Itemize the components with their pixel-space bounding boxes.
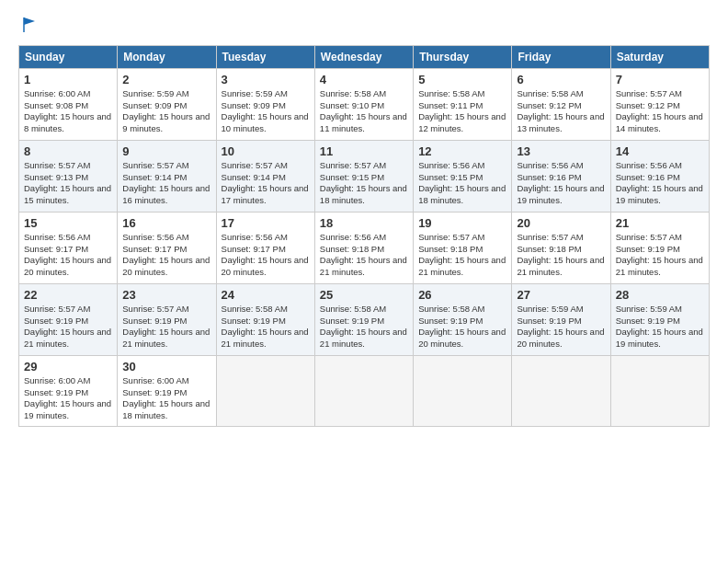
day-number: 2 [122,73,210,86]
calendar-cell: 25Sunrise: 5:58 AMSunset: 9:19 PMDayligh… [314,283,413,355]
logo [18,15,40,36]
calendar-cell: 20Sunrise: 5:57 AMSunset: 9:18 PMDayligh… [512,212,610,283]
calendar-cell [414,355,512,426]
day-number: 23 [122,288,210,302]
week-row-3: 15Sunrise: 5:56 AMSunset: 9:17 PMDayligh… [19,212,710,283]
day-number: 27 [517,288,605,302]
header [18,15,710,36]
day-info: Sunrise: 5:56 AMSunset: 9:16 PMDaylight:… [616,160,704,207]
day-number: 22 [24,288,112,302]
day-number: 20 [517,216,605,230]
day-number: 1 [24,73,112,86]
day-number: 26 [418,288,506,302]
day-number: 15 [24,216,112,230]
day-info: Sunrise: 5:57 AMSunset: 9:18 PMDaylight:… [418,232,506,279]
day-info: Sunrise: 5:57 AMSunset: 9:12 PMDaylight:… [616,88,704,135]
header-sunday: Sunday [19,45,118,68]
day-info: Sunrise: 5:58 AMSunset: 9:10 PMDaylight:… [320,88,408,135]
day-number: 25 [320,288,408,302]
day-number: 17 [222,216,310,230]
calendar-cell: 11Sunrise: 5:57 AMSunset: 9:15 PMDayligh… [314,140,413,212]
calendar-cell: 3Sunrise: 5:59 AMSunset: 9:09 PMDaylight… [216,68,314,140]
calendar-cell: 22Sunrise: 5:57 AMSunset: 9:19 PMDayligh… [19,283,118,355]
day-info: Sunrise: 5:56 AMSunset: 9:17 PMDaylight:… [222,232,310,279]
calendar-cell: 30Sunrise: 6:00 AMSunset: 9:19 PMDayligh… [118,355,216,426]
header-monday: Monday [118,45,216,68]
day-info: Sunrise: 5:58 AMSunset: 9:19 PMDaylight:… [320,304,408,350]
day-number: 12 [418,144,506,158]
calendar-cell: 10Sunrise: 5:57 AMSunset: 9:14 PMDayligh… [216,140,314,212]
week-row-4: 22Sunrise: 5:57 AMSunset: 9:19 PMDayligh… [19,283,710,355]
day-info: Sunrise: 5:59 AMSunset: 9:09 PMDaylight:… [122,88,210,135]
week-row-1: 1Sunrise: 6:00 AMSunset: 9:08 PMDaylight… [19,68,710,140]
day-number: 4 [320,73,408,86]
day-number: 14 [616,144,704,158]
day-number: 28 [616,288,704,302]
header-tuesday: Tuesday [216,45,314,68]
calendar-cell [610,355,709,426]
day-info: Sunrise: 6:00 AMSunset: 9:08 PMDaylight:… [24,88,112,135]
day-info: Sunrise: 5:56 AMSunset: 9:15 PMDaylight:… [418,160,506,207]
day-info: Sunrise: 5:59 AMSunset: 9:09 PMDaylight:… [222,88,310,135]
day-number: 29 [24,360,112,373]
day-number: 9 [122,144,210,158]
day-info: Sunrise: 5:57 AMSunset: 9:14 PMDaylight:… [222,160,310,207]
calendar-cell: 15Sunrise: 5:56 AMSunset: 9:17 PMDayligh… [19,212,118,283]
day-number: 5 [418,73,506,86]
calendar-table: SundayMondayTuesdayWednesdayThursdayFrid… [18,45,710,427]
header-saturday: Saturday [610,45,709,68]
calendar-cell: 2Sunrise: 5:59 AMSunset: 9:09 PMDaylight… [118,68,216,140]
day-number: 7 [616,73,704,86]
day-info: Sunrise: 5:56 AMSunset: 9:16 PMDaylight:… [517,160,605,207]
calendar-cell: 6Sunrise: 5:58 AMSunset: 9:12 PMDaylight… [512,68,610,140]
day-info: Sunrise: 5:56 AMSunset: 9:17 PMDaylight:… [24,232,112,279]
header-thursday: Thursday [414,45,512,68]
day-info: Sunrise: 5:56 AMSunset: 9:18 PMDaylight:… [320,232,408,279]
calendar-cell: 12Sunrise: 5:56 AMSunset: 9:15 PMDayligh… [414,140,512,212]
day-number: 11 [320,144,408,158]
logo-flag-icon [20,15,40,35]
calendar-cell: 16Sunrise: 5:56 AMSunset: 9:17 PMDayligh… [118,212,216,283]
day-info: Sunrise: 5:57 AMSunset: 9:14 PMDaylight:… [122,160,210,207]
day-info: Sunrise: 5:58 AMSunset: 9:19 PMDaylight:… [418,304,506,350]
day-number: 10 [222,144,310,158]
day-number: 24 [222,288,310,302]
header-friday: Friday [512,45,610,68]
day-info: Sunrise: 5:57 AMSunset: 9:13 PMDaylight:… [24,160,112,207]
calendar-cell: 21Sunrise: 5:57 AMSunset: 9:19 PMDayligh… [610,212,709,283]
day-info: Sunrise: 5:57 AMSunset: 9:19 PMDaylight:… [122,304,210,350]
calendar-cell: 19Sunrise: 5:57 AMSunset: 9:18 PMDayligh… [414,212,512,283]
calendar-cell: 28Sunrise: 5:59 AMSunset: 9:19 PMDayligh… [610,283,709,355]
calendar-cell: 26Sunrise: 5:58 AMSunset: 9:19 PMDayligh… [414,283,512,355]
calendar-cell: 13Sunrise: 5:56 AMSunset: 9:16 PMDayligh… [512,140,610,212]
day-info: Sunrise: 5:57 AMSunset: 9:18 PMDaylight:… [517,232,605,279]
day-number: 19 [418,216,506,230]
day-info: Sunrise: 5:57 AMSunset: 9:15 PMDaylight:… [320,160,408,207]
week-row-2: 8Sunrise: 5:57 AMSunset: 9:13 PMDaylight… [19,140,710,212]
week-row-5: 29Sunrise: 6:00 AMSunset: 9:19 PMDayligh… [19,355,710,426]
calendar-cell: 23Sunrise: 5:57 AMSunset: 9:19 PMDayligh… [118,283,216,355]
day-info: Sunrise: 5:59 AMSunset: 9:19 PMDaylight:… [517,304,605,350]
calendar-cell: 17Sunrise: 5:56 AMSunset: 9:17 PMDayligh… [216,212,314,283]
calendar-cell: 8Sunrise: 5:57 AMSunset: 9:13 PMDaylight… [19,140,118,212]
day-number: 21 [616,216,704,230]
header-row: SundayMondayTuesdayWednesdayThursdayFrid… [19,45,710,68]
day-info: Sunrise: 5:56 AMSunset: 9:17 PMDaylight:… [122,232,210,279]
day-info: Sunrise: 5:58 AMSunset: 9:11 PMDaylight:… [418,88,506,135]
calendar-cell: 9Sunrise: 5:57 AMSunset: 9:14 PMDaylight… [118,140,216,212]
calendar-page: SundayMondayTuesdayWednesdayThursdayFrid… [0,0,728,563]
calendar-cell: 4Sunrise: 5:58 AMSunset: 9:10 PMDaylight… [314,68,413,140]
calendar-cell: 27Sunrise: 5:59 AMSunset: 9:19 PMDayligh… [512,283,610,355]
calendar-cell: 24Sunrise: 5:58 AMSunset: 9:19 PMDayligh… [216,283,314,355]
day-info: Sunrise: 6:00 AMSunset: 9:19 PMDaylight:… [122,375,210,422]
day-info: Sunrise: 5:57 AMSunset: 9:19 PMDaylight:… [616,232,704,279]
day-number: 18 [320,216,408,230]
day-info: Sunrise: 5:58 AMSunset: 9:12 PMDaylight:… [517,88,605,135]
calendar-cell [512,355,610,426]
day-number: 13 [517,144,605,158]
day-info: Sunrise: 6:00 AMSunset: 9:19 PMDaylight:… [24,375,112,422]
header-wednesday: Wednesday [314,45,413,68]
calendar-cell: 5Sunrise: 5:58 AMSunset: 9:11 PMDaylight… [414,68,512,140]
day-number: 30 [122,360,210,373]
day-number: 8 [24,144,112,158]
